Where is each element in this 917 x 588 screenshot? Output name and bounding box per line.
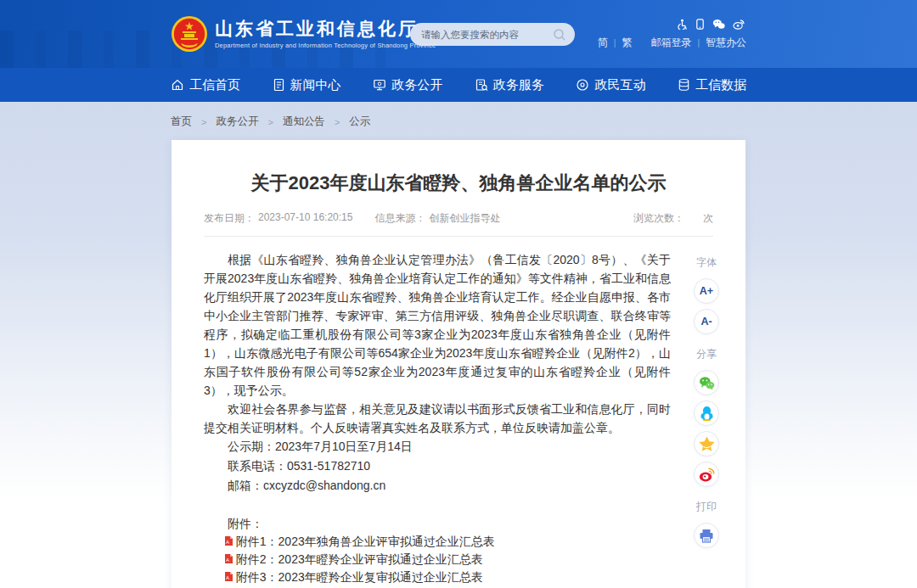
nav-item-gov-disclosure[interactable]: 政务公开 xyxy=(373,77,442,93)
breadcrumb-notices[interactable]: 通知公告 xyxy=(283,115,325,129)
svg-text:A: A xyxy=(226,575,229,580)
print-button[interactable] xyxy=(694,523,719,548)
nav-item-label: 政务公开 xyxy=(391,77,442,93)
share-qq-button[interactable] xyxy=(694,400,719,426)
qq-icon xyxy=(700,406,714,422)
publish-date-label: 发布日期： xyxy=(204,211,255,226)
breadcrumb-current: 公示 xyxy=(349,115,370,129)
pdf-icon: A xyxy=(224,571,233,582)
article-paragraph: 根据《山东省瞪羚、独角兽企业认定管理办法》（鲁工信发〔2020〕8号）、《关于开… xyxy=(204,250,671,400)
service-icon xyxy=(475,78,488,92)
breadcrumb-separator: > xyxy=(201,117,206,127)
traditional-chinese-link[interactable]: 繁 xyxy=(622,36,632,50)
database-icon xyxy=(678,78,690,92)
article-title: 关于2023年度山东省瞪羚、独角兽企业名单的公示 xyxy=(172,160,745,211)
share-weibo-button[interactable] xyxy=(694,462,719,487)
svg-text:A: A xyxy=(226,540,229,545)
publish-date-value: 2023-07-10 16:20:15 xyxy=(258,211,352,226)
article-paragraph: 欢迎社会各界参与监督，相关意见及建议请以书面形式反馈省工业和信息化厅，同时提交相… xyxy=(204,400,671,437)
pdf-icon: A xyxy=(224,553,233,564)
breadcrumb-separator: > xyxy=(335,117,340,127)
search-icon[interactable] xyxy=(553,28,566,42)
qzone-icon xyxy=(699,436,715,451)
topbar-divider: | xyxy=(614,38,616,48)
article-body: 根据《山东省瞪羚、独角兽企业认定管理办法》（鲁工信发〔2020〕8号）、《关于开… xyxy=(172,237,745,588)
weibo-icon xyxy=(699,468,715,482)
mail-login-link[interactable]: 邮箱登录 xyxy=(650,36,691,50)
nav-item-data[interactable]: 工信数据 xyxy=(678,77,746,93)
nav-item-label: 新闻中心 xyxy=(290,77,341,93)
contact-phone-line: 联系电话：0531-51782710 xyxy=(204,456,671,476)
interaction-icon xyxy=(576,78,589,92)
site-brand[interactable]: 山东省工业和信息化厅 Department of Industry and In… xyxy=(171,15,436,53)
pdf-icon: A xyxy=(224,535,233,546)
font-size-label: 字体 xyxy=(690,255,723,270)
views-count xyxy=(684,211,703,226)
wechat-icon xyxy=(699,376,715,390)
printer-icon xyxy=(699,529,714,543)
breadcrumb-separator: > xyxy=(267,117,273,127)
site-subtitle: Department of Industry and Information T… xyxy=(215,42,436,49)
simplified-chinese-link[interactable]: 简 xyxy=(598,36,608,50)
site-title: 山东省工业和信息化厅 xyxy=(215,19,436,39)
article-tools-panel: 字体 A+ A- 分享 xyxy=(690,255,723,553)
accessibility-icon[interactable] xyxy=(677,19,688,30)
contact-email-line: 邮箱：cxcyzdc@shandong.cn xyxy=(204,476,671,496)
home-icon xyxy=(171,78,184,92)
attachment-link-3[interactable]: A 附件3：2023年瞪羚企业复审拟通过企业汇总表 xyxy=(204,568,671,586)
mobile-icon[interactable] xyxy=(695,19,705,30)
nav-item-label: 政务服务 xyxy=(493,77,544,93)
font-increase-button[interactable]: A+ xyxy=(694,278,719,304)
news-icon xyxy=(273,78,285,92)
smart-office-link[interactable]: 智慧办公 xyxy=(706,36,746,50)
search-box[interactable] xyxy=(410,23,575,46)
article-card: 关于2023年度山东省瞪羚、独角兽企业名单的公示 发布日期： 2023-07-1… xyxy=(172,140,745,588)
views-label: 浏览次数： xyxy=(633,211,684,226)
source-label: 信息来源： xyxy=(374,211,425,226)
nav-item-home[interactable]: 工信首页 xyxy=(171,77,240,93)
attachment-text: 附件1：2023年独角兽企业评审拟通过企业汇总表 xyxy=(236,533,495,551)
attachments-label: 附件： xyxy=(204,514,671,533)
attachment-link-2[interactable]: A 附件2：2023年瞪羚企业评审拟通过企业汇总表 xyxy=(204,551,671,568)
site-header: 山东省工业和信息化厅 Department of Industry and In… xyxy=(0,0,917,68)
attachment-text: 附件3：2023年瞪羚企业复审拟通过企业汇总表 xyxy=(236,568,483,586)
nav-item-label: 政民互动 xyxy=(594,77,645,93)
topbar-divider: | xyxy=(697,38,700,48)
search-input[interactable] xyxy=(421,30,553,40)
nav-item-interaction[interactable]: 政民互动 xyxy=(576,77,645,93)
wechat-icon[interactable] xyxy=(712,19,725,30)
weibo-icon[interactable] xyxy=(733,19,745,30)
publicity-period-line: 公示期：2023年7月10日至7月14日 xyxy=(204,437,671,456)
nav-item-label: 工信首页 xyxy=(189,77,240,93)
national-emblem-logo xyxy=(171,15,208,53)
print-label: 打印 xyxy=(690,500,723,514)
monitor-icon xyxy=(373,78,386,92)
share-label: 分享 xyxy=(690,347,723,361)
attachment-text: 附件2：2023年瞪羚企业评审拟通过企业汇总表 xyxy=(236,551,483,568)
font-decrease-button[interactable]: A- xyxy=(694,309,719,334)
nav-item-gov-services[interactable]: 政务服务 xyxy=(475,77,544,93)
share-qzone-button[interactable] xyxy=(694,431,719,456)
attachment-link-1[interactable]: A 附件1：2023年独角兽企业评审拟通过企业汇总表 xyxy=(204,533,671,551)
article-meta: 发布日期： 2023-07-10 16:20:15 信息来源： 创新创业指导处 … xyxy=(204,211,713,237)
breadcrumb-gov-disclosure[interactable]: 政务公开 xyxy=(216,115,258,129)
breadcrumb-home[interactable]: 首页 xyxy=(171,115,192,129)
svg-text:A: A xyxy=(226,557,229,563)
nav-item-news[interactable]: 新闻中心 xyxy=(273,77,341,93)
nav-item-label: 工信数据 xyxy=(695,77,746,93)
source-value: 创新创业指导处 xyxy=(429,211,500,226)
views-suffix: 次 xyxy=(703,211,713,226)
main-navigation: 工信首页 新闻中心 政务公开 xyxy=(0,68,917,102)
share-wechat-button[interactable] xyxy=(694,370,719,395)
breadcrumb: 首页 > 政务公开 > 通知公告 > 公示 xyxy=(171,102,746,140)
